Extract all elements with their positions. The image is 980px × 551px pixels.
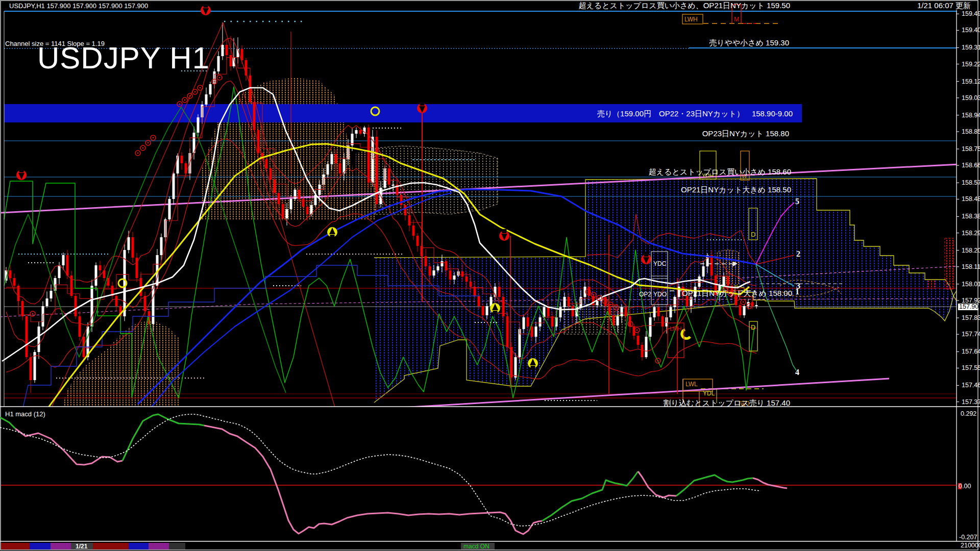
svg-text:157.370: 157.370	[962, 398, 980, 406]
svg-text:-0.207: -0.207	[959, 534, 977, 541]
svg-text:157.900: 157.900	[959, 303, 980, 310]
svg-text:159.310: 159.310	[962, 44, 980, 51]
svg-text:売りやや小さめ 159.30: 売りやや小さめ 159.30	[709, 38, 789, 47]
svg-text:H1 macd (12): H1 macd (12)	[5, 410, 45, 418]
svg-text:M: M	[734, 16, 739, 23]
svg-text:157.460: 157.460	[962, 382, 980, 389]
svg-text:158.110: 158.110	[962, 263, 980, 270]
svg-text:5: 5	[795, 197, 799, 206]
svg-text:YDO: YDO	[653, 291, 667, 298]
svg-text:158.385: 158.385	[962, 213, 980, 220]
svg-text:157.555: 157.555	[962, 364, 980, 371]
svg-text:LWL: LWL	[685, 381, 698, 388]
svg-text:OP21日NYカット大きめ 158.50: OP21日NYカット大きめ 158.50	[681, 185, 791, 194]
svg-text:macd ON: macd ON	[463, 543, 489, 550]
svg-text:超えるとストップロス買い小さめ、OP21日NYカット 159: 超えるとストップロス買い小さめ、OP21日NYカット 159.50	[578, 1, 790, 10]
svg-text:0.00: 0.00	[959, 483, 971, 490]
svg-text:158.015: 158.015	[962, 281, 980, 288]
svg-text:158.850: 158.850	[962, 128, 980, 135]
svg-text:157.645: 157.645	[962, 348, 980, 355]
svg-text:158.200: 158.200	[962, 247, 980, 254]
svg-text:LMH: LMH	[670, 325, 681, 332]
svg-text:159.035: 159.035	[962, 94, 980, 102]
svg-text:USDJPY,H1 157.900 157.900 157: USDJPY,H1 157.900 157.900 157.900 157.90…	[9, 2, 148, 10]
svg-text:159.495: 159.495	[962, 10, 980, 17]
svg-text:D: D	[751, 231, 755, 238]
svg-text:売り（159.00円 OP22・23日NYカット） 158.: 売り（159.00円 OP22・23日NYカット） 158.90-9.00	[597, 109, 793, 118]
svg-text:2: 2	[796, 249, 800, 258]
svg-text:OP23日NYカット 158.80: OP23日NYカット 158.80	[702, 129, 789, 138]
svg-text:159.125: 159.125	[962, 78, 980, 85]
svg-text:158.480: 158.480	[962, 195, 980, 203]
svg-text:158.940: 158.940	[962, 112, 980, 119]
svg-text:159.405: 159.405	[962, 27, 980, 34]
svg-text:OP21日NYカット大きめ 158.00: OP21日NYカット大きめ 158.00	[682, 289, 792, 297]
svg-text:157.830: 157.830	[962, 314, 980, 321]
svg-text:158.295: 158.295	[962, 230, 980, 237]
svg-text:0.292: 0.292	[961, 410, 976, 417]
svg-text:158.570: 158.570	[962, 179, 980, 186]
svg-text:157.740: 157.740	[962, 331, 980, 338]
svg-text:YDC: YDC	[653, 260, 667, 267]
svg-text:USDJPY H1: USDJPY H1	[37, 41, 210, 75]
svg-text:LWH: LWH	[684, 16, 698, 23]
svg-text:158.665: 158.665	[962, 162, 980, 169]
svg-text:158.755: 158.755	[962, 145, 980, 153]
svg-text:D: D	[751, 323, 755, 331]
svg-text:超えるとストップロス買い小さめ 158.60: 超えるとストップロス買い小さめ 158.60	[649, 167, 791, 176]
svg-text:YDL: YDL	[703, 390, 715, 397]
svg-text:1/21: 1/21	[76, 543, 88, 550]
svg-text:159.220: 159.220	[962, 61, 980, 68]
svg-text:割り込むとストップロス売り 157.40: 割り込むとストップロス売り 157.40	[663, 398, 790, 407]
svg-text:4: 4	[795, 368, 799, 377]
svg-text:210000: 210000	[961, 542, 980, 549]
svg-text:1/21 06:07 更新: 1/21 06:07 更新	[917, 1, 971, 10]
svg-text:1: 1	[795, 287, 799, 296]
svg-text:OP2: OP2	[639, 291, 651, 298]
